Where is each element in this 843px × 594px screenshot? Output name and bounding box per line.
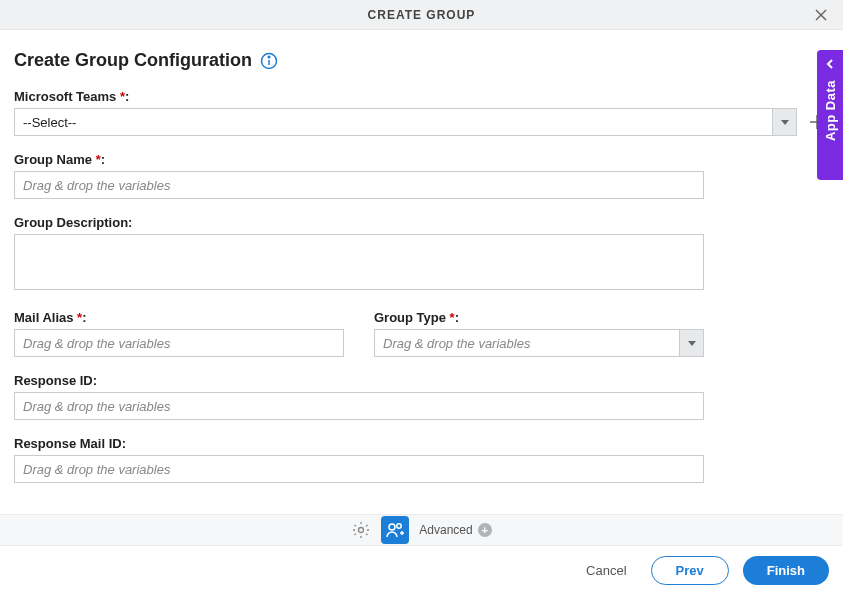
finish-button[interactable]: Finish: [743, 556, 829, 585]
svg-point-4: [268, 56, 270, 58]
svg-marker-8: [688, 341, 696, 346]
advanced-label: Advanced: [419, 523, 472, 537]
bottom-toolbar: Advanced +: [0, 514, 843, 546]
plus-circle-icon: +: [478, 523, 492, 537]
field-response-id: Response ID:: [14, 373, 829, 420]
dialog-footer: Cancel Prev Finish: [0, 546, 843, 594]
field-group-type: Group Type *: Drag & drop the variables: [374, 310, 704, 357]
group-desc-input[interactable]: [14, 234, 704, 290]
chevron-down-icon[interactable]: [679, 330, 703, 356]
field-ms-teams: Microsoft Teams *: --Select--: [14, 89, 829, 136]
svg-marker-5: [781, 120, 789, 125]
dialog-body: Create Group Configuration Microsoft Tea…: [0, 30, 843, 483]
gear-icon[interactable]: [351, 520, 371, 540]
cancel-button[interactable]: Cancel: [576, 557, 636, 584]
advanced-link[interactable]: Advanced +: [419, 523, 491, 537]
chevron-down-icon[interactable]: [772, 109, 796, 135]
dialog-title: CREATE GROUP: [368, 8, 476, 22]
prev-button[interactable]: Prev: [651, 556, 729, 585]
label-mail-alias: Mail Alias *:: [14, 310, 344, 325]
label-group-name: Group Name *:: [14, 152, 829, 167]
response-id-input[interactable]: [14, 392, 704, 420]
label-ms-teams: Microsoft Teams *:: [14, 89, 829, 104]
field-group-name: Group Name *:: [14, 152, 829, 199]
field-group-desc: Group Description:: [14, 215, 829, 294]
ms-teams-select[interactable]: --Select--: [14, 108, 797, 136]
label-response-mail: Response Mail ID:: [14, 436, 829, 451]
group-name-input[interactable]: [14, 171, 704, 199]
dialog-header: CREATE GROUP: [0, 0, 843, 30]
page-title-row: Create Group Configuration: [14, 50, 829, 71]
svg-point-10: [389, 524, 395, 530]
svg-point-11: [397, 524, 401, 528]
app-data-side-tab[interactable]: App Data: [817, 50, 843, 180]
label-group-desc: Group Description:: [14, 215, 829, 230]
svg-point-9: [359, 528, 364, 533]
ms-teams-selected: --Select--: [15, 115, 772, 130]
label-response-id: Response ID:: [14, 373, 829, 388]
page-title: Create Group Configuration: [14, 50, 252, 71]
response-mail-input[interactable]: [14, 455, 704, 483]
info-icon[interactable]: [260, 52, 278, 70]
field-mail-alias: Mail Alias *:: [14, 310, 344, 357]
field-response-mail: Response Mail ID:: [14, 436, 829, 483]
close-icon[interactable]: [813, 7, 829, 23]
mail-alias-input[interactable]: [14, 329, 344, 357]
users-add-icon[interactable]: [381, 516, 409, 544]
app-data-label: App Data: [823, 80, 838, 141]
label-group-type: Group Type *:: [374, 310, 704, 325]
group-type-select[interactable]: Drag & drop the variables: [374, 329, 704, 357]
group-type-placeholder: Drag & drop the variables: [375, 330, 679, 356]
